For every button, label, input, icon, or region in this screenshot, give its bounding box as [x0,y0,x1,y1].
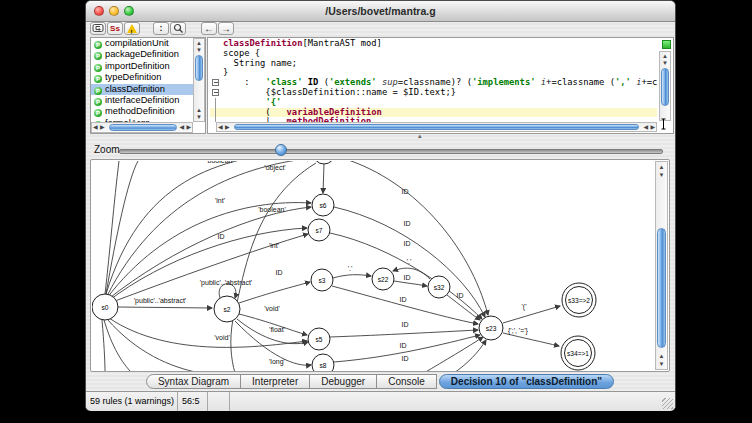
rules-hscroll-thumb[interactable] [109,124,177,131]
decision-graph-panel: 'boolean''object''int''boolean'ID'int''p… [90,159,670,372]
scroll-left-icon[interactable]: ◀ [179,123,184,132]
scroll-up-icon[interactable]: ▲ [656,164,667,170]
code-line[interactable]: classDefinition[MantraAST mod] [210,39,657,49]
scroll-left-icon[interactable]: ◀ [643,123,648,131]
state-node-s23: s23 [479,316,503,340]
tab-debugger[interactable]: Debugger [309,374,377,389]
svg-text:s23: s23 [486,325,497,332]
forward-button[interactable]: → [218,22,234,35]
graph-vscrollbar[interactable]: ▲ ▼ ▲ ▼ [655,161,668,370]
svg-text:s3: s3 [319,277,326,284]
svg-text:s34=>1: s34=>1 [567,350,589,357]
resize-grip[interactable] [662,398,673,409]
rule-item-classDefinition[interactable]: PclassDefinition [91,84,193,95]
rule-item-packageDefinition[interactable]: PpackageDefinition [91,49,193,60]
graph-edge-label: ID [404,274,411,281]
graph-edge [105,161,119,294]
scroll-up-icon[interactable]: ▲ [194,40,204,46]
scroll-left-icon[interactable]: ◀ [218,123,223,131]
svg-text:s32: s32 [434,284,445,291]
code-line[interactable]: String name; [210,59,657,69]
svg-text:s33=>2: s33=>2 [568,297,590,304]
code-segment: : [223,77,265,87]
code-segment: '{' [265,97,281,107]
graph-edge [447,295,480,320]
tab-interpreter[interactable]: Interpreter [240,374,310,389]
scroll-left-icon[interactable]: ◀ [93,123,98,132]
editor-hscroll-thumb[interactable] [234,124,639,130]
graph-edge-label: 'void' [264,305,280,312]
graph-edge-label: 'public'..'abstract' [134,297,186,305]
code-segment [223,97,265,107]
status-spacer-cell [208,392,230,411]
scroll-right-icon[interactable]: ▶ [186,123,191,132]
rule-item-methodDefinition[interactable]: PmethodDefinition [91,106,193,117]
scroll-down-icon[interactable]: ▼ [656,361,667,367]
scroll-down-icon[interactable]: ▼ [194,114,204,120]
svg-text:s6: s6 [320,202,327,209]
parser-rule-icon: P [94,87,102,95]
rule-item-compilationUnit[interactable]: PcompilationUnit [91,38,193,49]
rules-list[interactable]: PcompilationUnitPpackageDefinitionPimpor… [91,38,193,122]
graph-edge-label: ID [400,296,407,303]
find-button[interactable] [170,22,186,35]
code-segment: =classname)? ( [398,77,472,87]
status-bar: 59 rules (1 warnings) 56:5 [86,391,675,411]
scroll-up-icon[interactable]: ▲ [656,353,667,359]
graph-edge [503,306,560,323]
rule-label: methodDefinition [105,106,175,116]
editor-vscrollbar[interactable]: ▲ ▼ [659,51,671,121]
ideas-icon: : [160,23,163,33]
ideas-button[interactable]: : [153,22,169,35]
graph-edge [106,161,138,294]
scroll-down-icon[interactable]: ▼ [656,172,667,178]
scroll-right-icon[interactable]: ▶ [100,123,105,132]
scroll-right-icon[interactable]: ▶ [225,123,230,131]
scroll-right-icon[interactable]: ▶ [650,123,655,131]
status-message-cell [230,392,675,411]
caret-position-status: 56:5 [178,392,208,411]
title-bar[interactable]: /Users/bovet/mantra.g [86,1,675,22]
scroll-up-icon[interactable]: ▲ [194,107,204,113]
syntax-coloring-button[interactable]: Ss [107,22,123,35]
rule-item-importDefinition[interactable]: PimportDefinition [91,61,193,72]
scroll-down-icon[interactable]: ▼ [194,47,204,53]
rules-hscrollbar[interactable]: ◀ ▶ ◀ ▶ [91,122,193,133]
state-node-s6: s6 [312,194,334,216]
rule-label: interfaceDefinition [105,95,179,105]
code-segment: [MantraAST mod] [302,39,381,48]
tab-decision-10-of-classdefinition-[interactable]: Decision 10 of "classDefinition" [439,374,614,389]
parser-rule-icon: P [94,98,102,106]
splitter-collapse-icon[interactable]: ▴ [418,132,422,140]
state-node-clipped [313,161,335,164]
rule-item-interfaceDefinition[interactable]: PinterfaceDefinition [91,95,193,106]
scroll-down-icon[interactable]: ▼ [660,60,670,66]
rule-item-typeDefinition[interactable]: PtypeDefinition [91,72,193,83]
graph-edge-label: '(' [521,303,526,311]
parser-rule-icon: P [94,109,102,117]
state-node-s22: s22 [372,268,394,290]
tab-syntax-diagram[interactable]: Syntax Diagram [146,374,241,389]
zoom-slider-track[interactable] [119,149,663,154]
editor-code[interactable]: classDefinition[MantraAST mod]scope { St… [210,39,657,122]
graph-edge-label: 'long' [269,358,285,366]
editor-vscroll-thumb[interactable] [661,68,669,106]
code-segment: +=classname)*)? [641,77,657,87]
graph-edge [323,164,324,193]
grammar-button[interactable] [90,22,106,35]
rules-vscroll-thumb[interactable] [195,55,203,81]
warnings-button[interactable]: ! [124,22,140,35]
tab-console[interactable]: Console [376,374,437,389]
syntax-coloring-icon: Ss [110,24,120,33]
back-button[interactable]: ← [201,22,217,35]
graph-edge-label: ID [400,342,407,349]
zoom-slider-knob[interactable] [275,144,287,156]
horizontal-splitter[interactable]: ▴ [86,134,675,143]
editor-hscrollbar[interactable]: ◀ ▶ ◀ ▶ [216,122,657,132]
graph-vscroll-thumb[interactable] [657,228,666,348]
decision-graph-svg[interactable]: 'boolean''object''int''boolean'ID'int''p… [92,161,657,372]
rules-vscrollbar[interactable]: ▲ ▼ ▲ ▼ [193,38,205,122]
toolbar: Ss ! : ← → [86,21,675,37]
scroll-up-icon[interactable]: ▲ [660,53,670,59]
screen: { "window": { "title": "/Users/bovet/man… [0,0,752,423]
